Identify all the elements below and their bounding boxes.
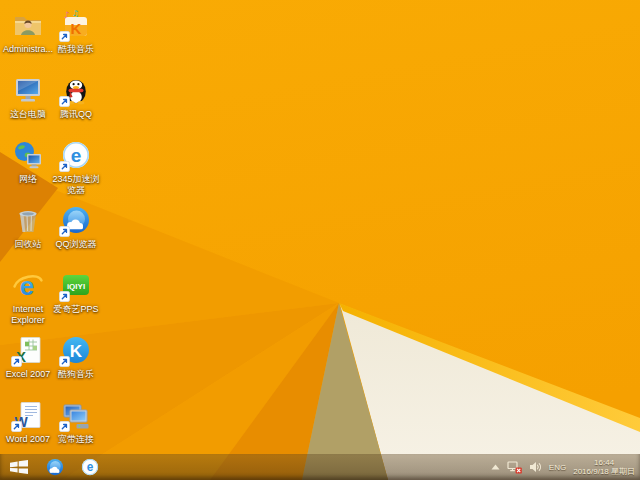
system-tray: ENG 16:44 2016/9/18 星期日: [491, 454, 640, 480]
desktop-icon-label: QQ浏览器: [48, 239, 104, 250]
svg-text:e: e: [71, 145, 82, 166]
desktop-icon-qq-browser[interactable]: QQ浏览器: [48, 204, 104, 250]
shortcut-arrow-icon: [59, 291, 70, 302]
2345-browser-e-icon: e: [80, 457, 100, 477]
volume-speaker-icon[interactable]: [529, 461, 542, 473]
desktop-icon-label: 酷狗音乐: [48, 369, 104, 380]
desktop-icon-label: 爱奇艺PPS: [48, 304, 104, 315]
taskbar-clock[interactable]: 16:44 2016/9/18 星期日: [573, 458, 635, 476]
broadband-connection-icon: [60, 399, 92, 431]
taskbar-2345-browser-button[interactable]: e: [77, 454, 103, 480]
desktop-icon-label: 腾讯QQ: [48, 109, 104, 120]
shortcut-arrow-icon: [11, 421, 22, 432]
2345-browser-e-icon: e: [60, 139, 92, 171]
iqiyi-pps-icon: iQIYI: [60, 269, 92, 301]
shortcut-arrow-icon: [59, 226, 70, 237]
desktop-icon-2345-browser[interactable]: e 2345加速浏览器: [48, 139, 104, 196]
qq-browser-cloud-icon: [60, 204, 92, 236]
desktop-icon-tencent-qq[interactable]: 腾讯QQ: [48, 74, 104, 120]
desktop-icon-label: 宽带连接: [48, 434, 104, 445]
user-folder-icon: [12, 9, 44, 41]
windows-start-icon: [10, 460, 28, 474]
desktop-icon-label: 酷我音乐: [48, 44, 104, 55]
recycle-bin-icon: [12, 204, 44, 236]
internet-explorer-icon: e: [12, 269, 44, 301]
shortcut-arrow-icon: [59, 96, 70, 107]
shortcut-arrow-icon: [59, 31, 70, 42]
desktop[interactable]: Administra... ♪ ♫ K 酷我音乐 这台电脑 腾讯QQ 网络 e …: [0, 0, 640, 480]
clock-time: 16:44: [573, 458, 635, 467]
desktop-icon-kugou-music[interactable]: K 酷狗音乐: [48, 334, 104, 380]
excel-icon: X: [12, 334, 44, 366]
desktop-icon-label: 2345加速浏览器: [48, 174, 104, 196]
svg-text:e: e: [87, 460, 94, 474]
taskbar: e ENG 16:44 2016/9/18 星期日: [0, 454, 640, 480]
this-pc-icon: [12, 74, 44, 106]
network-disconnected-icon[interactable]: [507, 461, 522, 474]
shortcut-arrow-icon: [59, 356, 70, 367]
desktop-icon-kuwo-music[interactable]: ♪ ♫ K 酷我音乐: [48, 9, 104, 55]
tencent-qq-penguin-icon: [60, 74, 92, 106]
taskbar-qq-browser-button[interactable]: [42, 454, 68, 480]
shortcut-arrow-icon: [59, 161, 70, 172]
desktop-icon-broadband[interactable]: 宽带连接: [48, 399, 104, 445]
network-globe-icon: [12, 139, 44, 171]
kuwo-music-icon: ♪ ♫ K: [60, 9, 92, 41]
desktop-icon-iqiyi-pps[interactable]: iQIYI 爱奇艺PPS: [48, 269, 104, 315]
language-indicator[interactable]: ENG: [549, 463, 566, 472]
show-hidden-icons-chevron-icon[interactable]: [491, 464, 500, 470]
svg-text:iQIYI: iQIYI: [67, 282, 85, 291]
shortcut-arrow-icon: [59, 421, 70, 432]
word-icon: W: [12, 399, 44, 431]
svg-text:♫: ♫: [72, 9, 79, 18]
shortcut-arrow-icon: [11, 356, 22, 367]
svg-text:e: e: [20, 271, 34, 301]
kugou-music-icon: K: [60, 334, 92, 366]
svg-text:K: K: [70, 342, 83, 361]
clock-date: 2016/9/18 星期日: [573, 467, 635, 476]
start-button[interactable]: [0, 454, 38, 480]
qq-browser-cloud-icon: [45, 457, 65, 477]
svg-text:K: K: [71, 20, 82, 37]
